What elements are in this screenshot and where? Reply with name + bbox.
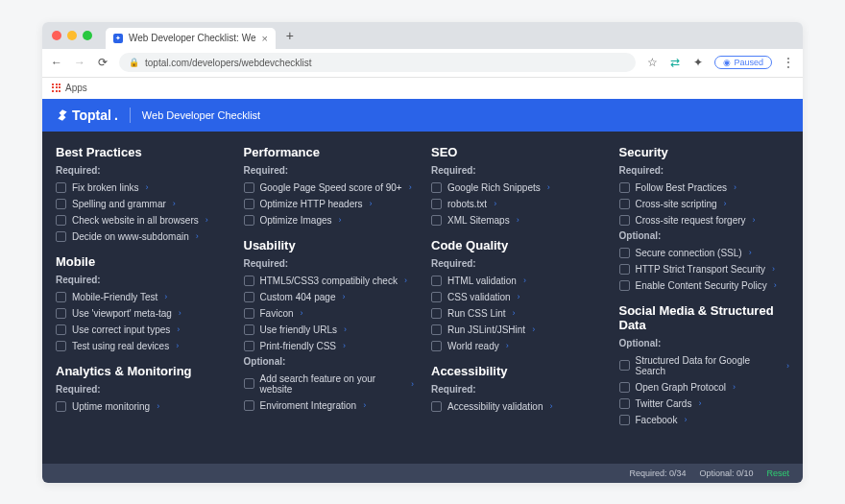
- checklist-item[interactable]: XML Sitemaps›: [431, 212, 602, 228]
- checklist-item[interactable]: Optimize HTTP headers›: [244, 196, 415, 212]
- checkbox[interactable]: [619, 398, 630, 409]
- checkbox[interactable]: [431, 199, 442, 209]
- reload-icon[interactable]: ⟳: [96, 56, 109, 69]
- checklist-item[interactable]: Open Graph Protocol›: [619, 379, 790, 396]
- checkbox[interactable]: [56, 308, 66, 319]
- star-icon[interactable]: ☆: [645, 56, 659, 69]
- apps-grid-icon[interactable]: [52, 84, 61, 93]
- checklist-item[interactable]: Enable Content Security Policy›: [619, 277, 790, 294]
- checkbox[interactable]: [56, 215, 66, 226]
- checkbox[interactable]: [431, 308, 442, 319]
- checklist-item[interactable]: Twitter Cards›: [619, 396, 790, 412]
- checklist-item[interactable]: Check website in all browsers›: [56, 212, 227, 228]
- checkbox[interactable]: [619, 280, 630, 291]
- checkbox[interactable]: [56, 231, 66, 242]
- checklist-item[interactable]: Decide on www-subdomain›: [56, 228, 227, 245]
- checkbox[interactable]: [431, 324, 442, 335]
- checklist-item[interactable]: HTTP Strict Transport Security›: [619, 261, 790, 277]
- checklist-item[interactable]: Add search feature on your website›: [244, 371, 415, 397]
- back-icon[interactable]: ←: [50, 56, 63, 69]
- checkbox[interactable]: [431, 276, 442, 286]
- close-window-icon[interactable]: [52, 31, 61, 40]
- checkbox[interactable]: [619, 264, 630, 275]
- checklist-item[interactable]: Google Page Speed score of 90+›: [244, 180, 415, 196]
- chevron-right-icon: ›: [179, 308, 181, 318]
- favicon-icon: ✦: [113, 34, 123, 43]
- checkbox[interactable]: [431, 341, 442, 351]
- minimize-window-icon[interactable]: [67, 31, 77, 40]
- checklist-item[interactable]: Use correct input types›: [56, 322, 227, 338]
- checkbox[interactable]: [244, 308, 254, 319]
- checkbox[interactable]: [244, 215, 254, 226]
- checkbox[interactable]: [56, 292, 66, 302]
- checkbox[interactable]: [244, 199, 254, 209]
- checklist-item[interactable]: Use friendly URLs›: [244, 322, 415, 338]
- checkbox[interactable]: [56, 341, 66, 351]
- checkbox[interactable]: [56, 199, 66, 209]
- checklist-item[interactable]: Uptime monitoring›: [56, 398, 227, 415]
- checklist-item[interactable]: Use 'viewport' meta-tag›: [56, 305, 227, 322]
- checkbox[interactable]: [244, 400, 254, 411]
- checklist-item[interactable]: robots.txt›: [431, 196, 602, 212]
- checkbox[interactable]: [619, 215, 630, 226]
- checklist-item[interactable]: HTML validation›: [431, 273, 602, 289]
- checkbox[interactable]: [619, 382, 630, 393]
- checklist-item[interactable]: Run CSS Lint›: [431, 305, 602, 322]
- checkbox[interactable]: [244, 182, 254, 193]
- checklist-item[interactable]: Run JSLint/JSHint›: [431, 322, 602, 338]
- checklist-item[interactable]: Structured Data for Google Search›: [619, 352, 790, 379]
- checklist-item[interactable]: Custom 404 page›: [244, 289, 415, 305]
- checklist-item[interactable]: Favicon›: [244, 305, 415, 322]
- checklist-item[interactable]: Follow Best Practices›: [619, 180, 790, 196]
- checkbox[interactable]: [619, 248, 630, 258]
- checkbox[interactable]: [56, 324, 66, 335]
- checkbox[interactable]: [244, 378, 254, 389]
- checkbox[interactable]: [431, 292, 442, 302]
- checklist-item[interactable]: Print-friendly CSS›: [244, 338, 415, 354]
- chevron-right-icon: ›: [409, 182, 412, 192]
- checklist-item[interactable]: World ready›: [431, 338, 602, 354]
- checklist-item[interactable]: Test using real devices›: [56, 338, 227, 354]
- checkbox[interactable]: [56, 401, 66, 412]
- checkbox[interactable]: [244, 341, 254, 351]
- checkbox[interactable]: [244, 276, 254, 286]
- checklist-item[interactable]: Optimize Images›: [244, 212, 415, 228]
- checkbox[interactable]: [244, 292, 254, 302]
- checklist-item[interactable]: Enviroment Integration›: [244, 397, 415, 414]
- menu-icon[interactable]: ⋮: [782, 56, 795, 69]
- checklist-item[interactable]: Cross-site request forgery›: [619, 212, 790, 228]
- apps-label[interactable]: Apps: [65, 83, 87, 93]
- checklist-item[interactable]: Accessibility validation›: [431, 398, 602, 415]
- checklist-item[interactable]: Cross-site scripting›: [619, 196, 790, 212]
- maximize-window-icon[interactable]: [83, 31, 92, 40]
- checklist-item[interactable]: Mobile-Friendly Test›: [56, 289, 227, 305]
- checklist-item[interactable]: CSS validation›: [431, 289, 602, 305]
- checklist-item-label: Add search feature on your website: [260, 373, 405, 395]
- checkbox[interactable]: [619, 182, 630, 193]
- checklist-item[interactable]: HTML5/CSS3 compatibily check›: [244, 273, 415, 289]
- checklist-item[interactable]: Google Rich Snippets›: [431, 180, 602, 196]
- checklist-item[interactable]: Facebook›: [619, 412, 790, 428]
- checklist-item[interactable]: Secure connection (SSL)›: [619, 245, 790, 261]
- checkbox[interactable]: [431, 182, 442, 193]
- checklist-item[interactable]: Fix broken links›: [56, 180, 227, 196]
- browser-tab[interactable]: ✦ Web Developer Checklist: We ×: [106, 28, 276, 49]
- puzzle-icon[interactable]: ✦: [691, 56, 705, 69]
- profile-paused[interactable]: ◉ Paused: [714, 56, 772, 69]
- new-tab-button[interactable]: +: [281, 27, 299, 44]
- reset-link[interactable]: Reset: [766, 468, 789, 478]
- checkbox[interactable]: [431, 215, 442, 226]
- checkbox[interactable]: [619, 199, 630, 209]
- checkbox[interactable]: [56, 182, 66, 193]
- checkbox[interactable]: [244, 324, 254, 335]
- checkbox[interactable]: [431, 401, 442, 412]
- checklist-item[interactable]: Spelling and grammar›: [56, 196, 227, 212]
- forward-icon[interactable]: →: [73, 56, 86, 69]
- tab-close-icon[interactable]: ×: [261, 33, 267, 44]
- checkbox[interactable]: [619, 360, 630, 371]
- toolbar: ← → ⟳ 🔒 toptal.com/developers/webdevchec…: [42, 49, 803, 78]
- checkbox[interactable]: [619, 415, 630, 425]
- url-bar[interactable]: 🔒 toptal.com/developers/webdevchecklist: [119, 53, 636, 72]
- extensions-icon[interactable]: ⇄: [668, 56, 682, 69]
- logo[interactable]: Toptal.: [56, 108, 118, 123]
